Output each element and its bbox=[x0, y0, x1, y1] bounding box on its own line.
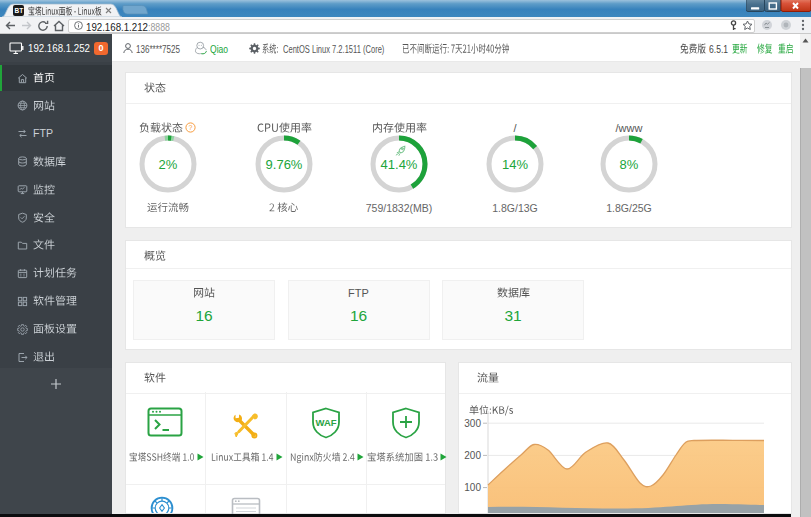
svg-text:WAF: WAF bbox=[315, 417, 336, 428]
svg-text:?: ? bbox=[189, 124, 193, 131]
